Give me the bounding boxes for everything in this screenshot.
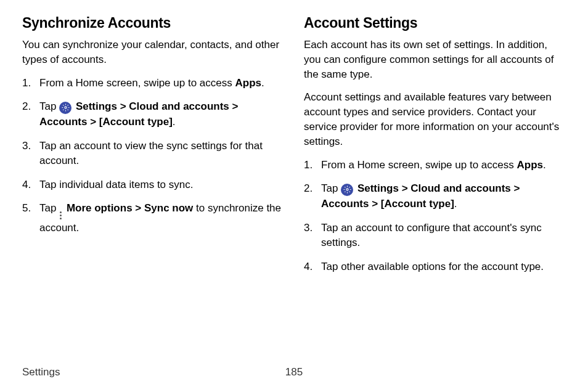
more-options-label: More options: [67, 202, 133, 214]
settings-steps: From a Home screen, swipe up to access A…: [304, 158, 566, 275]
sync-now-label: Sync now: [144, 202, 193, 214]
separator: >: [229, 100, 239, 112]
step-text: From a Home screen, swipe up to access: [39, 77, 235, 89]
step-text: Tap: [39, 202, 59, 214]
settings-gear-icon: [59, 102, 71, 114]
svg-point-1: [346, 189, 348, 190]
left-column: Synchronize Accounts You can synchronize…: [22, 15, 284, 283]
settings-intro-1: Each account has its own set of settings…: [304, 38, 566, 81]
sync-step-3: Tap an account to view the sync settings…: [22, 139, 284, 169]
sync-step-4: Tap individual data items to sync.: [22, 178, 284, 193]
separator: >: [369, 198, 380, 210]
separator: >: [133, 202, 144, 214]
sync-steps: From a Home screen, swipe up to access A…: [22, 76, 284, 236]
settings-label: Settings: [357, 182, 399, 194]
step-text: .: [454, 198, 457, 210]
settings-step-4: Tap other available options for the acco…: [304, 259, 566, 275]
page-footer: Settings 185: [22, 366, 566, 378]
sync-step-1: From a Home screen, swipe up to access A…: [22, 76, 284, 91]
right-column: Account Settings Each account has its ow…: [304, 15, 566, 283]
separator: >: [399, 182, 410, 194]
footer-page-number: 185: [285, 366, 303, 378]
step-text: From a Home screen, swipe up to access: [321, 159, 517, 171]
cloud-label: Cloud and accounts: [410, 182, 510, 194]
settings-step-2: Tap Settings > Cloud and accounts > Acco…: [304, 181, 566, 211]
step-text: .: [261, 77, 264, 89]
settings-label: Settings: [76, 100, 117, 112]
sync-intro: You can synchronize your calendar, conta…: [22, 38, 284, 67]
apps-label: Apps: [235, 77, 261, 89]
separator: >: [117, 100, 129, 112]
step-text: .: [543, 159, 546, 171]
cloud-label: Cloud and accounts: [129, 100, 229, 112]
apps-label: Apps: [517, 159, 543, 171]
sync-step-5: Tap More options > Sync now to synchroni…: [22, 201, 284, 235]
account-type-label: [Account type]: [99, 116, 173, 128]
settings-heading: Account Settings: [304, 15, 566, 31]
accounts-label: Accounts: [39, 116, 87, 128]
account-type-label: [Account type]: [381, 198, 454, 210]
more-options-icon: [60, 211, 62, 221]
accounts-label: Accounts: [321, 198, 369, 210]
step-text: Tap: [39, 100, 59, 112]
separator: >: [511, 182, 520, 194]
settings-gear-icon: [341, 184, 353, 196]
footer-section-label: Settings: [22, 366, 60, 378]
step-text: Tap: [321, 182, 341, 194]
content-columns: Synchronize Accounts You can synchronize…: [22, 15, 566, 283]
sync-step-2: Tap Settings > Cloud and accounts > Acco…: [22, 99, 284, 129]
settings-intro-2: Account settings and available features …: [304, 90, 566, 149]
step-text: .: [173, 116, 176, 128]
settings-step-1: From a Home screen, swipe up to access A…: [304, 158, 566, 173]
separator: >: [87, 116, 99, 128]
svg-point-0: [65, 107, 67, 108]
sync-heading: Synchronize Accounts: [22, 15, 284, 31]
settings-step-3: Tap an account to configure that account…: [304, 221, 566, 251]
